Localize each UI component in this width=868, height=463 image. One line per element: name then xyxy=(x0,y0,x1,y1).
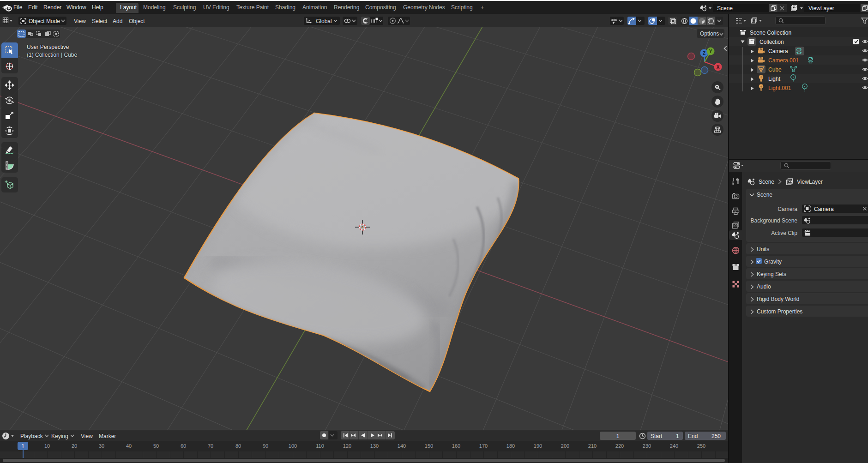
svg-text:Y: Y xyxy=(709,49,712,54)
svg-text:X: X xyxy=(717,65,720,70)
svg-text:Z: Z xyxy=(703,51,705,56)
